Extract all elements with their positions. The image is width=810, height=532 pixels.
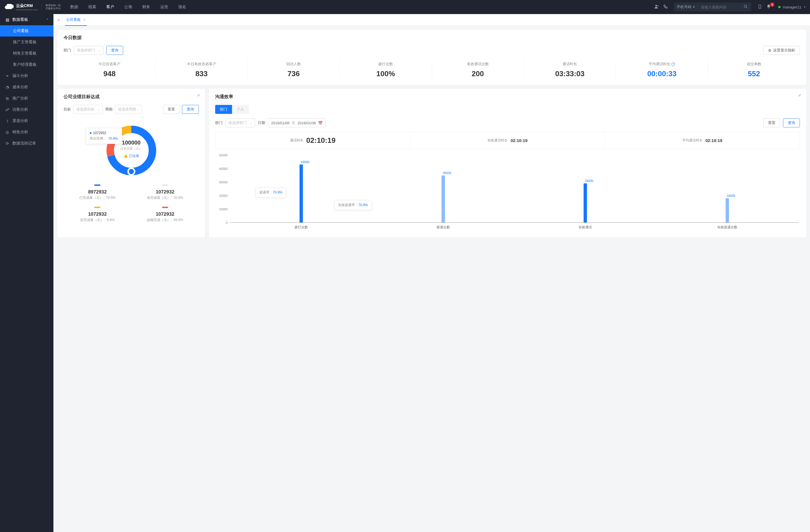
logo-sub2: 式服务云平台 [46, 7, 61, 10]
bar-tooltip-1: 接通率：70.9% [256, 187, 286, 197]
thumbs-up-icon: 👍 [124, 154, 128, 158]
stat-item: 通话时长03:33:03 [524, 61, 616, 79]
donut-tooltip: 1072932 所占比例：70.9% [85, 128, 122, 144]
nav-item[interactable]: 报名 [178, 4, 186, 10]
burger-icon[interactable]: ≡ [58, 17, 60, 22]
sidebar-sub-item[interactable]: 推广主管看板 [0, 36, 53, 48]
date-range-input[interactable]: 2018/01/08至2018/01/08 📅 [268, 118, 326, 127]
calendar-icon: 📅 [318, 121, 323, 125]
sidebar-item[interactable]: ⧉推广分析 [0, 93, 53, 104]
search-input[interactable] [698, 5, 740, 9]
stat-item: 今日有效首咨客户833 [156, 61, 247, 79]
legend-item: 1072932应完成量（元）8.9% [64, 206, 131, 222]
eff-dept-select[interactable]: 请选择部门⌄ [225, 118, 255, 127]
info-icon: ? [671, 63, 675, 66]
menu-icon: ◎ [5, 130, 10, 134]
reset-button[interactable]: 重置 [163, 105, 180, 114]
nav-item[interactable]: 公海 [124, 4, 132, 10]
stat-item: 成交单数552 [708, 61, 800, 79]
nav-item[interactable]: 运营 [160, 4, 168, 10]
stat-item: 平均通话时长?00:00:33 [616, 61, 708, 79]
sidebar-item[interactable]: ◔成本分析 [0, 82, 53, 93]
cloud-icon [4, 4, 14, 10]
menu-icon: ☍ [5, 107, 10, 112]
segment-tabs: 部门个人 [215, 105, 249, 114]
query-button[interactable]: 查询 [106, 46, 123, 55]
logo[interactable]: 云朵CRM www.yunduocrm.com 教育机构一站 式服务云平台 [4, 3, 61, 11]
logo-sub1: 教育机构一站 [46, 4, 61, 7]
top-nav: 数据线索客户公海财务运营报名 [70, 4, 186, 10]
bar-tooltip-2: 有效接通率：70.9% [335, 200, 372, 210]
sidebar-sub-item[interactable]: 公司看板 [0, 25, 53, 36]
chevron-down-icon: ⌄ [98, 49, 100, 52]
stat-item: 有效通话次数200 [432, 61, 524, 79]
efficiency-card: ⤢ 沟通效率 部门个人 部门 请选择部门⌄ 日期 2018/01/08至2018… [209, 89, 806, 237]
mobile-icon[interactable] [755, 4, 764, 10]
sidebar-item[interactable]: ⟟渠道分析 [0, 115, 53, 127]
nav-item[interactable]: 线索 [88, 4, 96, 10]
stat-item: 今日首咨客户948 [64, 61, 156, 79]
gear-icon: ⚙ [768, 48, 772, 53]
bell-icon[interactable]: 5 [764, 4, 773, 10]
kpi-item: 平均通话时长02:10:19 [605, 132, 799, 149]
tab-company-board[interactable]: 公司看板 ✕ [65, 14, 87, 26]
menu-icon: ⟳ [5, 141, 10, 146]
stat-item: 回访人数736 [248, 61, 340, 79]
stat-item: 拨打次数100% [340, 61, 432, 79]
bar-chart: 01000020000300004000050000 4300035000290… [215, 152, 800, 231]
sidebar-item[interactable]: ⫧漏斗分析 [0, 70, 53, 82]
main-area: ≡ 公司看板 ✕ 今日数据 部门 请选择部门⌄ 查询 ⚙设置显示指标 今日首咨客… [53, 14, 810, 532]
search-icon[interactable] [740, 4, 751, 10]
close-icon[interactable]: ✕ [83, 18, 86, 22]
sidebar-item[interactable]: ☍访客分析 [0, 104, 53, 115]
efficiency-title: 沟通效率 [215, 94, 800, 100]
sidebar-group-dashboard[interactable]: ▨ 数据看板 ⌃ [0, 14, 53, 25]
goal-card: ⤢ 公司业绩目标达成 目标 请选择目标⌄ 周期 请选择周期⌄ 重置 查询 [58, 89, 205, 237]
today-title: 今日数据 [64, 35, 800, 41]
workspace-tabs: ≡ 公司看板 ✕ [53, 14, 810, 26]
query-button[interactable]: 查询 [182, 105, 199, 114]
dashboard-icon: ▨ [5, 17, 10, 22]
dept-select[interactable]: 请选择部门⌄ [74, 46, 103, 55]
svg-point-1 [744, 5, 747, 7]
sidebar-sub-item[interactable]: 客户经理看板 [0, 59, 53, 70]
donut-chart: 100000 目标总量（元） 👍已达成 1072932 所占比例：70.9% [64, 122, 199, 179]
legend-item: 1072932超额完成（元）89.9% [131, 206, 199, 222]
nav-item[interactable]: 客户 [106, 4, 114, 10]
settings-button[interactable]: ⚙设置显示指标 [763, 46, 800, 55]
sidebar-item[interactable]: ⟳数据流转记录 [0, 138, 53, 149]
chevron-up-icon: ⌃ [46, 18, 48, 21]
query-button[interactable]: 查询 [783, 118, 800, 127]
legend-item: 1072932未完成量（元）20.9% [131, 184, 199, 200]
menu-icon: ◔ [5, 85, 10, 89]
nav-item[interactable]: 数据 [70, 4, 78, 10]
nav-item[interactable]: 财务 [142, 4, 150, 10]
menu-icon: ⫧ [5, 74, 10, 78]
sidebar: ▨ 数据看板 ⌃ 公司看板推广主管看板销售主管看板客户经理看板 ⫧漏斗分析◔成本… [0, 14, 53, 532]
expand-icon[interactable]: ⤢ [798, 93, 801, 97]
reset-button[interactable]: 重置 [763, 118, 780, 127]
notification-badge: 5 [770, 2, 774, 7]
achieved-badge: 👍已达成 [124, 153, 139, 158]
top-header: 云朵CRM www.yunduocrm.com 教育机构一站 式服务云平台 数据… [0, 0, 810, 14]
goal-title: 公司业绩目标达成 [64, 94, 199, 100]
add-user-icon[interactable] [652, 4, 661, 10]
sidebar-sub-item[interactable]: 销售主管看板 [0, 48, 53, 59]
expand-icon[interactable]: ⤢ [197, 93, 200, 97]
user-menu[interactable]: manager11 ▼ [778, 5, 806, 9]
target-select[interactable]: 请选择目标⌄ [73, 105, 103, 114]
segment-tab[interactable]: 部门 [215, 105, 232, 114]
sidebar-item[interactable]: ◎销售分析 [0, 127, 53, 138]
period-select[interactable]: 请选择周期⌄ [115, 105, 142, 114]
phone-icon[interactable] [661, 4, 670, 10]
menu-icon: ⟟ [5, 119, 10, 123]
status-dot-icon [778, 6, 780, 8]
segment-tab[interactable]: 个人 [232, 105, 249, 114]
chevron-down-icon: ▼ [804, 6, 806, 9]
search-type-select[interactable]: 手机号码▼ [674, 4, 698, 10]
svg-point-0 [655, 5, 657, 6]
username: manager11 [783, 5, 801, 9]
legend-item: 8972932已完成量（元）70.9% [64, 184, 131, 200]
kpi-item: 通话时长02:10:19 [215, 132, 410, 149]
svg-point-6 [128, 168, 134, 174]
